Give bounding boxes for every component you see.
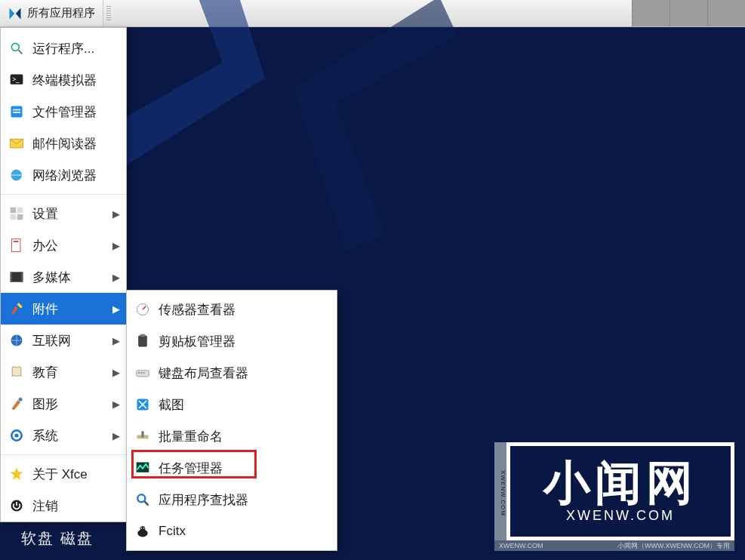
chevron-right-icon: ▶	[112, 208, 120, 220]
chevron-right-icon: ▶	[112, 272, 120, 283]
submenu-item-label: 截图	[159, 396, 184, 414]
panel-handle-icon[interactable]	[106, 6, 111, 21]
submenu-item-app-finder[interactable]: 应用程序查找器	[127, 484, 337, 515]
svg-point-39	[143, 528, 145, 529]
watermark-box: 小闻网 XWENW.COM	[506, 442, 734, 540]
rename-icon	[134, 428, 151, 445]
menu-item-run-program[interactable]: 运行程序...	[1, 32, 126, 64]
taskbar-slot-3[interactable]	[707, 0, 745, 26]
applications-menu: 运行程序... >_ 终端模拟器 文件管理器 邮件阅读器 网络浏览器 设置 ▶	[0, 27, 127, 522]
keyboard-icon	[134, 365, 151, 381]
applications-menu-button[interactable]: 所有应用程序	[0, 0, 103, 26]
svg-rect-5	[13, 109, 20, 111]
menu-item-label: 网络浏览器	[32, 167, 97, 184]
svg-rect-6	[13, 112, 20, 113]
menu-item-terminal[interactable]: >_ 终端模拟器	[1, 64, 126, 96]
menu-item-internet[interactable]: 互联网 ▶	[1, 325, 126, 356]
menu-item-label: 邮件阅读器	[32, 135, 97, 152]
desktop-icon-label[interactable]: 软盘 磁盘	[21, 528, 94, 549]
svg-rect-9	[11, 208, 17, 214]
menu-item-about-xfce[interactable]: 关于 Xfce	[1, 458, 126, 490]
submenu-item-label: 剪贴板管理器	[159, 333, 236, 350]
menu-item-mail-reader[interactable]: 邮件阅读器	[1, 128, 126, 159]
menu-item-web-browser[interactable]: 网络浏览器	[1, 159, 126, 191]
menu-item-multimedia[interactable]: 多媒体 ▶	[1, 261, 126, 293]
media-icon	[8, 269, 25, 285]
svg-rect-32	[141, 431, 143, 437]
svg-rect-11	[11, 214, 17, 220]
svg-rect-13	[11, 239, 20, 252]
menu-separator	[1, 454, 126, 455]
appfinder-icon	[134, 491, 151, 508]
fcitx-icon	[134, 523, 151, 540]
svg-rect-12	[17, 214, 23, 220]
svg-rect-16	[11, 272, 12, 282]
settings-icon	[8, 205, 25, 222]
svg-line-35	[145, 502, 149, 506]
submenu-item-task-manager[interactable]: 任务管理器	[127, 452, 337, 484]
desktop-wallpaper-logo	[86, 0, 473, 276]
svg-point-19	[19, 398, 23, 402]
menu-item-education[interactable]: 教育 ▶	[1, 356, 126, 388]
menu-item-label: 注销	[32, 497, 58, 515]
submenu-item-label: 传感器查看器	[159, 301, 236, 318]
logout-icon	[8, 497, 25, 514]
chevron-right-icon: ▶	[112, 398, 120, 410]
taskmgr-icon	[134, 460, 151, 476]
applications-menu-label: 所有应用程序	[27, 6, 95, 20]
submenu-item-bulk-rename[interactable]: 批量重命名	[127, 420, 337, 452]
menu-item-label: 附件	[32, 300, 58, 318]
taskbar-slot-2[interactable]	[670, 0, 707, 26]
menu-item-label: 办公	[32, 237, 58, 254]
folder-icon	[8, 103, 25, 120]
menu-item-label: 运行程序...	[32, 40, 94, 57]
submenu-item-sensor-viewer[interactable]: 传感器查看器	[127, 294, 337, 325]
menu-item-label: 教育	[32, 364, 58, 381]
svg-rect-25	[140, 334, 146, 337]
menu-item-label: 多媒体	[32, 269, 71, 286]
chevron-right-icon: ▶	[112, 367, 120, 378]
watermark-side-strip: XWENW.COM	[494, 442, 506, 540]
menu-item-accessories[interactable]: 附件 ▶	[1, 293, 126, 325]
star-icon	[8, 466, 25, 482]
submenu-item-keyboard-layout[interactable]: 键盘布局查看器	[127, 357, 337, 389]
menu-item-office[interactable]: 办公 ▶	[1, 229, 126, 261]
menu-item-label: 文件管理器	[32, 103, 97, 121]
watermark-strip-right: 小闻网（WWW.XWENW.COM）专用	[617, 541, 730, 551]
system-icon	[8, 427, 25, 444]
svg-rect-10	[17, 208, 23, 214]
svg-rect-14	[14, 241, 19, 242]
menu-item-label: 设置	[32, 205, 58, 223]
svg-text:>_: >_	[12, 75, 20, 83]
svg-line-1	[19, 51, 23, 54]
terminal-icon: >_	[8, 72, 25, 88]
education-icon	[8, 364, 25, 380]
submenu-item-label: 批量重命名	[159, 428, 223, 445]
internet-icon	[8, 332, 25, 349]
svg-point-37	[140, 526, 146, 531]
watermark-bottom-strip: XWENW.COM 小闻网（WWW.XWENW.COM）专用	[494, 540, 734, 551]
menu-item-settings[interactable]: 设置 ▶	[1, 198, 126, 229]
accessories-submenu: 传感器查看器 剪贴板管理器 键盘布局查看器 截图 批量重命名 任务管理器 应	[126, 290, 337, 551]
submenu-item-fcitx[interactable]: Fcitx	[127, 515, 337, 547]
chevron-right-icon: ▶	[112, 335, 120, 346]
chevron-right-icon: ▶	[112, 240, 120, 251]
menu-item-file-manager[interactable]: 文件管理器	[1, 96, 126, 128]
submenu-item-screenshot[interactable]: 截图	[127, 389, 337, 420]
svg-point-21	[15, 434, 19, 438]
menu-item-logout[interactable]: 注销	[1, 490, 126, 522]
menu-item-system[interactable]: 系统 ▶	[1, 420, 126, 451]
menu-item-label: 终端模拟器	[32, 72, 97, 89]
xfce-logo-icon	[8, 6, 23, 21]
svg-point-34	[137, 494, 145, 502]
svg-rect-24	[138, 336, 147, 347]
submenu-item-clipboard[interactable]: 剪贴板管理器	[127, 325, 337, 357]
taskbar-slot-1[interactable]	[632, 0, 670, 26]
chevron-right-icon: ▶	[112, 430, 120, 442]
chevron-right-icon: ▶	[112, 303, 120, 315]
svg-point-0	[11, 43, 19, 51]
search-icon	[8, 40, 25, 57]
watermark-strip-left: XWENW.COM	[499, 542, 543, 549]
submenu-item-label: 应用程序查找器	[159, 491, 248, 509]
menu-item-graphics[interactable]: 图形 ▶	[1, 388, 126, 420]
